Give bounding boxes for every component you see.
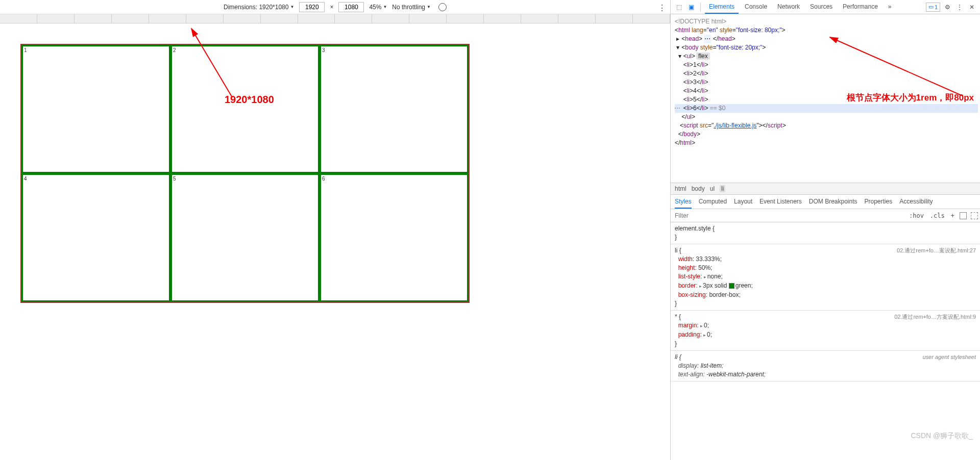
tab-sources[interactable]: Sources — [806, 0, 837, 14]
tab-computed[interactable]: Computed — [699, 195, 727, 209]
html-close[interactable]: </html> — [675, 139, 978, 147]
inspect-icon[interactable]: ⬚ — [674, 4, 684, 11]
kebab-icon[interactable]: ⋮ — [658, 3, 666, 13]
tab-layout[interactable]: Layout — [734, 195, 752, 209]
height-input[interactable] — [338, 2, 364, 12]
dimensions-select[interactable]: Dimensions: 1920*1080 — [224, 4, 294, 11]
source-link[interactable]: 02.通过rem+fo…案设配.html:27 — [897, 246, 976, 255]
ul-close[interactable]: </ul> — [675, 113, 978, 121]
tab-event-listeners[interactable]: Event Listeners — [760, 195, 802, 209]
issues-badge[interactable]: ▭ 1 — [926, 3, 940, 12]
throttling-select[interactable]: No throttling — [392, 4, 431, 11]
toggle-box-icon[interactable] — [971, 212, 978, 219]
ruler — [0, 14, 670, 23]
width-input[interactable] — [299, 2, 325, 12]
source-link: user agent stylesheet — [922, 353, 976, 362]
dom-tree[interactable]: <!DOCTYPE html> <html lang="en" style="f… — [671, 14, 980, 183]
device-pane: Dimensions: 1920*1080 × 45% No throttlin… — [0, 0, 671, 460]
head-line[interactable]: ▸<head> ⋯ </head> — [675, 35, 978, 43]
styles-tabs: Styles Computed Layout Event Listeners D… — [671, 195, 980, 209]
rule-universal[interactable]: 02.通过rem+fo…方案设配.html:9 * { margin: 0; p… — [671, 311, 980, 351]
toggle-box-icon[interactable] — [960, 212, 967, 219]
annotation-text: 根节点字体大小为1rem，即80px — [847, 93, 974, 102]
body-open[interactable]: ▾<body style="font-size: 20px;"> — [675, 43, 978, 52]
zoom-select[interactable]: 45% — [369, 4, 387, 11]
gear-icon[interactable]: ⚙ — [942, 4, 952, 11]
cls-button[interactable]: .cls — [927, 212, 948, 219]
new-rule-button[interactable]: + — [948, 212, 958, 219]
watermark: CSDN @狮子歌歌_ — [911, 431, 973, 441]
rule-user-agent[interactable]: user agent stylesheet li { display: list… — [671, 351, 980, 381]
doctype-line: <!DOCTYPE html> — [675, 17, 978, 26]
annotation-text: 1920*1080 — [225, 94, 274, 106]
rule-li[interactable]: 02.通过rem+fo…案设配.html:27 li { width: 33.3… — [671, 244, 980, 311]
close-icon[interactable]: ✕ — [967, 4, 977, 11]
grid-cell: 2 — [170, 45, 320, 173]
tab-properties[interactable]: Properties — [865, 195, 893, 209]
tab-accessibility[interactable]: Accessibility — [899, 195, 933, 209]
script-line[interactable]: <script src="./js/lib-flexible.js"></scr… — [675, 121, 978, 130]
li-line[interactable]: <li>2</li> — [675, 69, 978, 78]
crumb-li[interactable]: li — [720, 185, 725, 192]
devtools-pane: ⬚ ▣ Elements Console Network Sources Per… — [671, 0, 980, 460]
source-link[interactable]: 02.通过rem+fo…方案设配.html:9 — [894, 313, 976, 321]
body-close[interactable]: </body> — [675, 130, 978, 139]
filter-bar: :hov .cls + — [671, 209, 980, 222]
times-label: × — [330, 4, 333, 11]
grid: 1 2 3 4 5 6 — [20, 44, 470, 303]
device-toggle-icon[interactable]: ▣ — [686, 4, 696, 11]
li-line[interactable]: <li>1</li> — [675, 61, 978, 69]
kebab-icon[interactable]: ⋮ — [954, 4, 965, 11]
li-line[interactable]: <li>3</li> — [675, 78, 978, 87]
breadcrumb: html body ul li — [671, 183, 980, 195]
tab-more[interactable]: » — [884, 0, 896, 14]
crumb-ul[interactable]: ul — [710, 185, 715, 192]
viewport: 1 2 3 4 5 6 1920*1080 — [0, 23, 670, 460]
grid-cell: 1 — [21, 45, 170, 173]
tab-console[interactable]: Console — [741, 0, 771, 14]
devtools-tabs: ⬚ ▣ Elements Console Network Sources Per… — [671, 0, 980, 14]
tab-performance[interactable]: Performance — [839, 0, 882, 14]
html-open[interactable]: <html lang="en" style="font-size: 80px;"… — [675, 26, 978, 35]
grid-cell: 3 — [320, 45, 469, 173]
rule-element-style[interactable]: element.style { } — [671, 222, 980, 244]
hov-button[interactable]: :hov — [906, 212, 927, 219]
styles-panel[interactable]: element.style { } 02.通过rem+fo…案设配.html:2… — [671, 222, 980, 460]
grid-cell: 5 — [170, 173, 320, 302]
device-toolbar: Dimensions: 1920*1080 × 45% No throttlin… — [0, 0, 670, 14]
tab-elements[interactable]: Elements — [705, 0, 739, 14]
li-line-selected[interactable]: ⋯ <li>6</li> == $0 — [675, 104, 978, 113]
ul-open[interactable]: ▾<ul>flex — [675, 52, 978, 61]
color-swatch[interactable] — [729, 283, 734, 289]
grid-cell: 6 — [320, 173, 469, 302]
rotate-icon[interactable] — [438, 3, 447, 11]
grid-cell: 4 — [21, 173, 170, 302]
crumb-body[interactable]: body — [692, 185, 705, 192]
tab-styles[interactable]: Styles — [675, 195, 692, 209]
tab-dom-breakpoints[interactable]: DOM Breakpoints — [809, 195, 857, 209]
tab-network[interactable]: Network — [773, 0, 804, 14]
crumb-html[interactable]: html — [675, 185, 687, 192]
filter-input[interactable] — [671, 212, 906, 219]
